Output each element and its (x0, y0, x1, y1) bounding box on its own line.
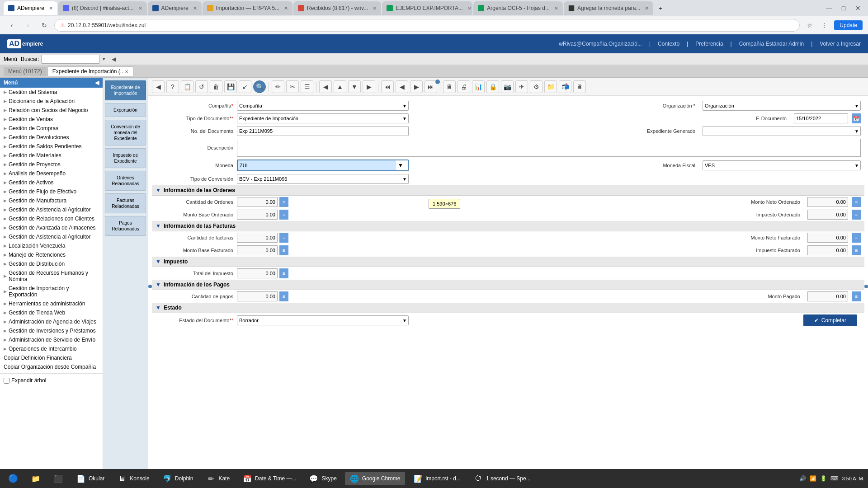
toolbar-arrow-left-btn[interactable]: ◀ (319, 80, 332, 93)
taskbar-chrome[interactable]: 🌐 Google Chrome (345, 472, 405, 485)
sidebar-collapse-icon[interactable]: ◀ (95, 80, 99, 86)
sidebar-item-almacenes[interactable]: ▶ Gestión de Avanzada de Almacenes (0, 223, 103, 232)
sidebar-item-compras[interactable]: ▶ Gestión de Compras (0, 124, 103, 133)
sidebar-item-asistencia-agr[interactable]: ▶ Gestión de Asistencia al Agricultor (0, 205, 103, 214)
moneda-dropdown-icon[interactable]: ▼ (396, 162, 405, 169)
impuesto-fact-calc-btn[interactable]: ≡ (852, 245, 861, 255)
sidebar-item-devoluciones[interactable]: ▶ Gestión de Devoluciones (0, 133, 103, 142)
left-nav-btn-impuesto[interactable]: Impuesto deExpediente (105, 148, 146, 168)
toolbar-search-btn[interactable]: 🔍 (253, 80, 266, 93)
close-button[interactable]: ✕ (852, 2, 864, 14)
fdocumento-calendar-btn[interactable]: 📅 (852, 113, 861, 123)
taskbar-konsole-icon[interactable]: ⬛ (49, 472, 68, 485)
tab-7[interactable]: Argenta OCI-5 - Hojas d... ✕ (473, 1, 563, 15)
monto-base-fact-calc-btn[interactable]: ≡ (279, 245, 288, 255)
expand-tree[interactable]: Expandir árbol (0, 375, 103, 385)
toolbar-cam-btn[interactable]: 📷 (501, 80, 514, 93)
toolbar-folder-btn[interactable]: 📁 (544, 80, 557, 93)
tab-2[interactable]: (8) Discord | #inalsa-act... ✕ (58, 1, 147, 15)
section-facturas-header[interactable]: ▼ Información de las Facturas (152, 221, 864, 231)
left-nav-btn-ordenes[interactable]: OrdenesRelacionadas (105, 171, 146, 191)
compania-link[interactable]: Compañía Estándar Admin (739, 41, 804, 47)
toolbar-send-btn[interactable]: ✈ (515, 80, 528, 93)
taskbar-kate[interactable]: ✏ Kate (201, 472, 234, 485)
sidebar-item-asistencia-agr2[interactable]: ▶ Gestión de Asistencia al Agricultor (0, 232, 103, 241)
monto-base-ord-input[interactable] (237, 210, 278, 220)
monto-neto-ord-calc-btn[interactable]: ≡ (852, 197, 861, 207)
left-nav-btn-expediente[interactable]: Expediente deImportación (105, 80, 146, 100)
toolbar-screen-btn[interactable]: 🖥 (443, 80, 456, 93)
monto-pagado-calc-btn[interactable]: ≡ (852, 291, 861, 301)
bookmark-icon[interactable]: ☆ (803, 19, 816, 32)
preferencia-link[interactable]: Preferencia (695, 41, 723, 47)
section-impuesto-header[interactable]: ▼ Impuesto (152, 257, 864, 267)
sidebar-item-rrhh[interactable]: ▶ Gestión de Recursos Humanos y Nómina (0, 268, 103, 284)
taskbar-konsole[interactable]: 🖥 Konsole (113, 472, 154, 485)
toolbar-arrow-right-btn[interactable]: ▶ (363, 80, 375, 93)
toolbar-prev-btn[interactable]: ◀ (396, 80, 408, 93)
fdocumento-input[interactable] (794, 113, 848, 123)
sidebar-item-proyectos[interactable]: ▶ Gestión de Proyectos (0, 160, 103, 169)
section-pagos-header[interactable]: ▼ Información de los Pagos (152, 280, 864, 290)
tab-4[interactable]: Importación — ERPYA 5... ✕ (203, 1, 293, 15)
left-nav-btn-exportacion[interactable]: Exportación (105, 103, 146, 117)
monto-base-ord-calc-btn[interactable]: ≡ (279, 210, 288, 220)
monto-pagado-input[interactable] (807, 291, 848, 301)
toolbar-mail-btn[interactable]: 📬 (559, 80, 571, 93)
monto-base-fact-input[interactable] (237, 245, 278, 255)
sidebar-item-importacion[interactable]: ▶ Gestión de Importación y Exportación (0, 284, 103, 299)
tab-4-close[interactable]: ✕ (284, 5, 288, 11)
sidebar-item-clientes[interactable]: ▶ Gestión de Relaciones con Clientes (0, 214, 103, 223)
taskbar-second[interactable]: ⏱ 1 second — Spe... (469, 472, 535, 485)
app-tab-menu[interactable]: Menú (10172) (4, 67, 47, 76)
sidebar-item-diccionario[interactable]: ▶ Diccionario de la Aplicación (0, 97, 103, 106)
left-nav-btn-facturas[interactable]: FacturasRelacionadas (105, 193, 146, 213)
sidebar-item-retenciones[interactable]: ▶ Manejo de Retenciones (0, 250, 103, 259)
taskbar-skype[interactable]: 💬 Skype (304, 472, 341, 485)
cantidad-ordenes-input[interactable] (237, 197, 278, 207)
tab-5[interactable]: Recibidos (8.817) - wriv... ✕ (293, 1, 381, 15)
toolbar-edit-btn[interactable]: ✏ (272, 80, 284, 93)
toolbar-skip-start-btn[interactable]: ⏮ (381, 80, 394, 93)
settings-icon[interactable]: ⋮ (818, 19, 830, 32)
taskbar-okular[interactable]: 📄 Okular (71, 472, 109, 485)
sidebar-item-copiar-fin[interactable]: Copiar Definición Financiera (0, 353, 103, 362)
app-tab-expediente-close[interactable]: ✕ (125, 69, 128, 74)
url-bar[interactable]: ⚠ 20.12.0.2:55901/webui/index.zul (54, 19, 800, 32)
tray-network[interactable]: 📶 (810, 475, 816, 482)
sidebar-item-copiar-org[interactable]: Copiar Organización desde Compañía (0, 362, 103, 371)
toolbar-copy-btn[interactable]: ↺ (195, 80, 208, 93)
monto-neto-fact-calc-btn[interactable]: ≡ (852, 233, 861, 243)
toolbar-cut-btn[interactable]: ✂ (286, 80, 299, 93)
completar-button[interactable]: ✔ Completar (803, 314, 857, 326)
sidebar-item-manufactura[interactable]: ▶ Gestión de Manufactura (0, 196, 103, 205)
sidebar-item-distribucion[interactable]: ▶ Gestión de Distribución (0, 259, 103, 268)
estado-doc-select[interactable]: Borrador (237, 315, 409, 325)
tray-sound[interactable]: 🔊 (799, 475, 806, 482)
contexto-link[interactable]: Contexto (658, 41, 679, 47)
monto-neto-fact-input[interactable] (807, 233, 848, 243)
search-dropdown-icon[interactable]: ▼ (102, 56, 106, 61)
sidebar-item-herramientas[interactable]: ▶ Herramientas de administración (0, 299, 103, 308)
tab-5-close[interactable]: ✕ (373, 5, 377, 11)
resize-handle-left[interactable] (148, 285, 152, 288)
tab-1[interactable]: ADempiere ✕ (4, 1, 57, 15)
update-button[interactable]: Update (834, 20, 863, 30)
toolbar-chart-btn[interactable]: 📊 (472, 80, 485, 93)
tab-1-close[interactable]: ✕ (49, 5, 53, 11)
toolbar-new-btn[interactable]: 📋 (181, 80, 193, 93)
toolbar-gear-btn[interactable]: ⚙ (530, 80, 542, 93)
impuesto-fact-input[interactable] (807, 245, 848, 255)
sidebar-item-saldos[interactable]: ▶ Gestión de Saldos Pendientes (0, 142, 103, 151)
total-impuesto-input[interactable] (237, 268, 278, 278)
maximize-button[interactable]: □ (837, 2, 850, 14)
app-tab-expediente[interactable]: Expediente de Importación (.. ✕ (47, 66, 134, 76)
sidebar-item-materiales[interactable]: ▶ Gestión de Materiales (0, 151, 103, 160)
toolbar-next-btn[interactable]: ▶ (410, 80, 423, 93)
tab-7-close[interactable]: ✕ (554, 5, 558, 11)
taskbar-date[interactable]: 📅 Date & Time —... (238, 472, 301, 485)
back-button[interactable]: ‹ (5, 19, 18, 32)
hide-menu-button[interactable]: ◀ (112, 56, 116, 62)
taskbar-files[interactable]: 📁 (26, 472, 45, 485)
toolbar-sort-desc-btn[interactable]: ▼ (348, 80, 361, 93)
